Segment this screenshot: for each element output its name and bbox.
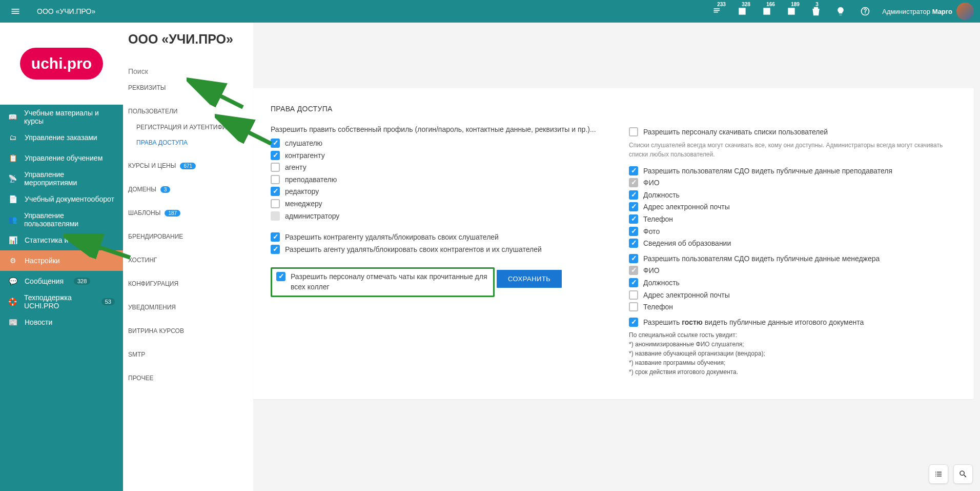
icon-badge: 3	[815, 2, 819, 7]
manager-field-2[interactable]: Адрес электронной почты	[629, 290, 956, 301]
role-label: администратору	[285, 211, 339, 222]
field-label: Фото	[643, 227, 660, 237]
topbar-icon-2[interactable]: 328	[733, 3, 751, 20]
topbar-icon-3[interactable]: 166	[758, 3, 775, 20]
perm-personnel-chats[interactable]: Разрешить персоналу отмечать чаты как пр…	[276, 272, 489, 292]
nav-icon: 📋	[8, 154, 17, 162]
checkbox[interactable]	[629, 254, 638, 263]
checkbox[interactable]	[271, 232, 280, 242]
perm-contr-delete[interactable]: Разрешить контрагенту удалять/блокироват…	[271, 232, 598, 243]
checkbox[interactable]	[271, 245, 280, 254]
help-icon[interactable]	[856, 3, 874, 20]
checkbox[interactable]	[271, 151, 280, 160]
user-block[interactable]: Администратор Марго	[882, 3, 974, 20]
nav-icon: ⚙	[8, 257, 17, 265]
manager-field-3[interactable]: Телефон	[629, 302, 956, 312]
lightbulb-icon[interactable]	[832, 3, 849, 20]
field-label: Адрес электронной почты	[643, 202, 730, 212]
teacher-field-3[interactable]: Телефон	[629, 214, 956, 225]
sidebar-item-0[interactable]: 📖Учебные материалы и курсы	[0, 107, 123, 127]
role-item-3[interactable]: преподавателю	[271, 175, 598, 185]
user-label: Администратор Марго	[882, 8, 952, 15]
subnav-label: ВИТРИНА КУРСОВ	[128, 327, 184, 335]
perm-download-lists[interactable]: Разрешить персоналу скачивать списки пол…	[629, 127, 956, 138]
role-item-2[interactable]: агенту	[271, 163, 598, 173]
checkbox[interactable]	[629, 290, 638, 300]
sidebar-item-10[interactable]: 📰Новости	[0, 312, 123, 332]
sidebar-item-label: Техподдержка UCHI.PRO	[24, 293, 91, 310]
subnav-label: ДОМЕНЫ	[128, 186, 156, 193]
subnav-item-6[interactable]: ШАБЛОНЫ187	[123, 205, 253, 221]
checkbox[interactable]	[629, 214, 638, 224]
sidebar-item-9[interactable]: 🛟Техподдержка UCHI.PRO53	[0, 291, 123, 312]
topbar-icon-4[interactable]: 189	[783, 3, 800, 20]
topbar-icon-5[interactable]: 3	[807, 3, 825, 20]
checkbox[interactable]	[271, 187, 280, 196]
teacher-field-2[interactable]: Адрес электронной почты	[629, 202, 956, 212]
subnav-item-8[interactable]: ХОСТИНГ	[123, 252, 253, 268]
sidebar-item-1[interactable]: 🗂Управление заказами	[0, 127, 123, 148]
icon-badge: 328	[742, 2, 750, 7]
checkbox[interactable]	[629, 278, 638, 287]
sidebar-item-4[interactable]: 📄Учебный документооборот	[0, 189, 123, 209]
checkbox[interactable]	[629, 166, 638, 175]
perm-teacher-public[interactable]: Разрешить пользователям СДО видеть публи…	[629, 166, 956, 176]
checkbox[interactable]	[271, 199, 280, 208]
manager-field-1[interactable]: Должность	[629, 278, 956, 288]
sidebar-item-5[interactable]: 👥Управление пользователями	[0, 209, 123, 230]
save-button[interactable]: СОХРАНИТЬ	[497, 270, 562, 288]
perm-manager-public[interactable]: Разрешить пользователям СДО видеть публи…	[629, 254, 956, 264]
subnav-item-4[interactable]: КУРСЫ И ЦЕНЫ671	[123, 158, 253, 174]
checkbox[interactable]	[629, 239, 638, 248]
teacher-field-4[interactable]: Фото	[629, 227, 956, 237]
checkbox[interactable]	[271, 163, 280, 172]
float-list-icon[interactable]	[929, 464, 948, 484]
checkbox[interactable]	[629, 190, 638, 200]
hamburger-menu[interactable]	[6, 2, 25, 21]
checkbox[interactable]	[629, 202, 638, 211]
sidebar-item-2[interactable]: 📋Управление обучением	[0, 148, 123, 168]
logo-text: uchi.pro	[20, 48, 103, 80]
sidebar-item-label: Учебные материалы и курсы	[24, 109, 115, 125]
role-item-5[interactable]: менеджеру	[271, 199, 598, 209]
sidebar-item-label: Сообщения	[25, 277, 64, 285]
subnav-item-12[interactable]: SMTP	[123, 346, 253, 363]
nav-icon: 📖	[8, 113, 17, 121]
subnav-item-5[interactable]: ДОМЕНЫ3	[123, 181, 253, 198]
checkbox[interactable]	[629, 302, 638, 311]
topbar-org[interactable]: ООО «УЧИ.ПРО»	[37, 7, 95, 15]
subnav-item-7[interactable]: БРЕНДИРОВАНИЕ	[123, 228, 253, 245]
role-label: контрагенту	[285, 151, 325, 161]
field-label: Адрес электронной почты	[643, 290, 730, 301]
checkbox[interactable]	[629, 127, 638, 136]
role-label: слушателю	[285, 139, 322, 149]
topbar-icon-1[interactable]: 233	[709, 3, 726, 20]
perm-agent-delete[interactable]: Разрешить агенту удалять/блокировать сво…	[271, 245, 598, 255]
logo[interactable]: uchi.pro	[0, 23, 123, 105]
float-search-icon[interactable]	[953, 464, 973, 484]
avatar[interactable]	[956, 3, 974, 20]
perm-guest-public[interactable]: Разрешить гостю видеть публичные данные …	[629, 318, 956, 328]
checkbox[interactable]	[629, 318, 638, 327]
subnav-item-10[interactable]: УВЕДОМЛЕНИЯ	[123, 299, 253, 316]
manager-field-0: ФИО	[629, 266, 956, 276]
subnav-item-11[interactable]: ВИТРИНА КУРСОВ	[123, 323, 253, 339]
role-item-6: администратору	[271, 211, 598, 222]
guest-hint-line: *) название программы обучения;	[629, 358, 956, 367]
checkbox[interactable]	[629, 227, 638, 236]
role-item-1[interactable]: контрагенту	[271, 151, 598, 161]
teacher-field-5[interactable]: Сведения об образовании	[629, 239, 956, 249]
role-item-4[interactable]: редактору	[271, 187, 598, 197]
subnav-item-9[interactable]: КОНФИГУРАЦИЯ	[123, 276, 253, 292]
subnav-label: РЕКВИЗИТЫ	[128, 84, 166, 91]
subnav-label: КОНФИГУРАЦИЯ	[128, 280, 178, 287]
checkbox[interactable]	[276, 272, 285, 281]
role-item-0[interactable]: слушателю	[271, 139, 598, 149]
sidebar-item-3[interactable]: 📡Управление мероприятиями	[0, 168, 123, 189]
teacher-field-1[interactable]: Должность	[629, 190, 956, 201]
sidebar-item-8[interactable]: 💬Сообщения328	[0, 271, 123, 291]
subnav-item-13[interactable]: ПРОЧЕЕ	[123, 370, 253, 386]
sidebar-item-label: Учебный документооборот	[25, 195, 114, 203]
nav-badge: 53	[101, 298, 115, 305]
checkbox[interactable]	[271, 175, 280, 184]
